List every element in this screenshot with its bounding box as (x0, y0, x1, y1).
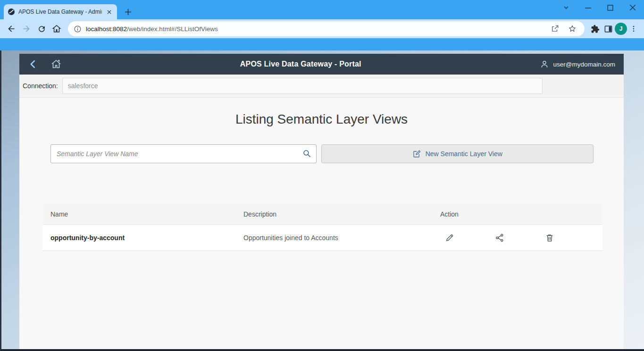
bookmark-star-icon[interactable] (566, 22, 579, 35)
extensions-puzzle-icon[interactable] (588, 22, 602, 35)
app-header: APOS Live Data Gateway - Portal user@myd… (19, 54, 624, 75)
address-bar[interactable]: localhost:8082/web/index.html#/SLListOfV… (68, 21, 585, 36)
site-favicon-globe-icon (8, 8, 15, 16)
action-cell (432, 233, 602, 243)
app-header-nav (28, 58, 62, 70)
app-back-chevron-icon[interactable] (28, 59, 38, 69)
close-button[interactable] (628, 4, 636, 12)
column-header-name: Name (42, 210, 235, 218)
user-area[interactable]: user@mydomain.com (540, 59, 616, 69)
views-table: Name Description Action opportunity-by-a… (42, 204, 602, 251)
column-header-action: Action (432, 210, 602, 218)
minimize-button[interactable] (584, 4, 592, 12)
connection-bar: Connection: (19, 75, 624, 98)
tab-strip: APOS Live Data Gateway - Admin (0, 0, 644, 19)
app-container: APOS Live Data Gateway - Portal user@myd… (19, 54, 624, 349)
edit-pencil-icon[interactable] (444, 233, 455, 243)
share-nodes-icon[interactable] (494, 233, 505, 243)
side-panel-icon[interactable] (602, 22, 615, 35)
edit-square-icon (412, 150, 421, 158)
tab-search-chevron-icon[interactable] (562, 4, 570, 12)
profile-avatar[interactable]: J (615, 23, 627, 35)
table-row[interactable]: opportunity-by-account Opportunities joi… (42, 225, 602, 251)
url-path: /web/index.html#/SLListOfViews (127, 25, 218, 33)
new-tab-button[interactable] (123, 7, 133, 17)
browser-tab[interactable]: APOS Live Data Gateway - Admin (4, 4, 117, 19)
main-content: Listing Semantic Layer Views New Semanti… (19, 98, 624, 349)
maximize-button[interactable] (606, 4, 614, 12)
delete-trash-icon[interactable] (544, 233, 555, 243)
url-text[interactable]: localhost:8082/web/index.html#/SLListOfV… (86, 25, 544, 33)
browser-menu-dots-icon[interactable] (627, 22, 640, 35)
app-home-icon[interactable] (50, 58, 62, 70)
app-title: APOS Live Data Gateway - Portal (62, 60, 540, 68)
browser-window: APOS Live Data Gateway - Admin (0, 0, 644, 351)
back-button[interactable] (4, 21, 19, 36)
table-header-row: Name Description Action (42, 204, 602, 225)
home-button[interactable] (49, 21, 64, 36)
share-icon[interactable] (548, 22, 561, 35)
new-button-label: New Semantic Layer View (426, 150, 502, 158)
search-input[interactable] (50, 144, 317, 163)
url-origin: localhost:8082 (86, 25, 127, 33)
browser-toolbar: localhost:8082/web/index.html#/SLListOfV… (0, 19, 644, 38)
user-email: user@mydomain.com (553, 61, 616, 68)
tab-title: APOS Live Data Gateway - Admin (18, 8, 102, 15)
column-header-description: Description (235, 210, 432, 218)
search-icon[interactable] (302, 149, 311, 160)
connection-label: Connection: (23, 82, 58, 90)
page-background: APOS Live Data Gateway - Portal user@myd… (0, 50, 644, 351)
reload-button[interactable] (34, 21, 49, 36)
page-title: Listing Semantic Layer Views (19, 112, 624, 127)
user-person-icon (540, 59, 549, 69)
controls-row: New Semantic Layer View (50, 144, 594, 163)
view-name: opportunity-by-account (42, 234, 235, 242)
search-field (50, 144, 317, 163)
tab-close-icon[interactable] (105, 8, 113, 16)
new-semantic-layer-view-button[interactable]: New Semantic Layer View (321, 144, 594, 163)
site-info-icon[interactable] (74, 25, 82, 33)
forward-button[interactable] (19, 21, 34, 36)
connection-input[interactable] (62, 78, 543, 94)
window-controls (562, 0, 640, 15)
view-description: Opportunities joined to Accounts (235, 234, 432, 242)
theme-strip (0, 38, 644, 50)
